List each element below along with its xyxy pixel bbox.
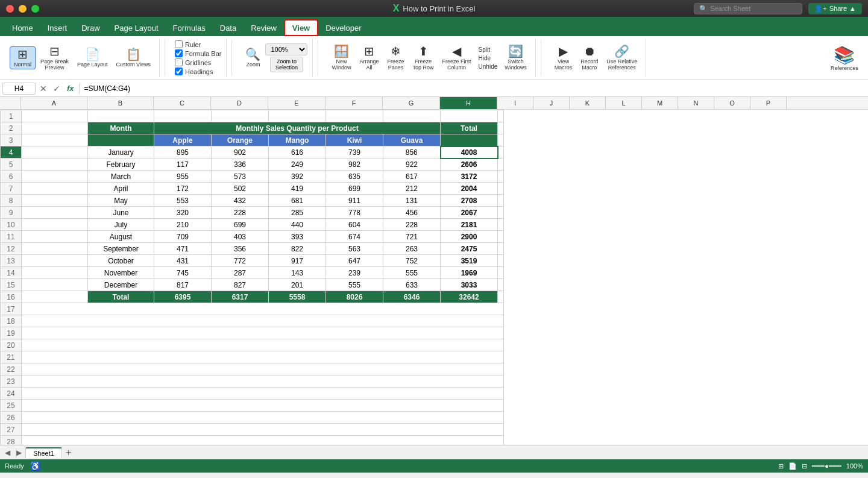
- cell-C14[interactable]: 745: [154, 267, 212, 279]
- cell-D12[interactable]: 356: [212, 243, 269, 255]
- cell-G5[interactable]: 922: [383, 159, 441, 171]
- col-n-header[interactable]: N: [678, 97, 714, 109]
- maximize-button[interactable]: [31, 5, 39, 13]
- cell-H9[interactable]: 2067: [441, 207, 498, 219]
- cell-H5[interactable]: 2606: [441, 159, 498, 171]
- zoom-select[interactable]: 100% 75% 50%: [265, 43, 307, 55]
- cell-B7[interactable]: April: [88, 183, 154, 195]
- freeze-top-row-button[interactable]: ⬆ FreezeTop Row: [409, 44, 438, 72]
- cell-A12[interactable]: [22, 243, 88, 255]
- cell-I1-rest[interactable]: [498, 110, 504, 122]
- cell-C11[interactable]: 709: [154, 231, 212, 243]
- cell-B1[interactable]: [88, 110, 154, 122]
- formula-input[interactable]: [82, 83, 866, 94]
- switch-windows-button[interactable]: 🔄 SwitchWindows: [501, 44, 530, 72]
- cell-E3[interactable]: Mango: [269, 134, 326, 146]
- unhide-button[interactable]: Unhide: [476, 63, 500, 71]
- cell-E4[interactable]: 616: [269, 146, 326, 159]
- cell-F16[interactable]: 8026: [326, 291, 383, 303]
- cell-A13[interactable]: [22, 255, 88, 267]
- cell-G14[interactable]: 555: [383, 267, 441, 279]
- cell-C2-merged[interactable]: Monthly Sales Quantity per Product: [154, 122, 441, 134]
- cell-B14[interactable]: November: [88, 267, 154, 279]
- cell-H4[interactable]: 4008: [441, 146, 498, 159]
- add-sheet-button[interactable]: +: [63, 447, 74, 458]
- view-macros-button[interactable]: ▶ ViewMacros: [551, 44, 576, 72]
- cell-A6[interactable]: [22, 171, 88, 183]
- cell-H10[interactable]: 2181: [441, 219, 498, 231]
- col-f-header[interactable]: F: [326, 97, 383, 109]
- tab-view[interactable]: View: [284, 19, 318, 36]
- cell-E11[interactable]: 393: [269, 231, 326, 243]
- cell-A3[interactable]: [22, 134, 88, 146]
- cell-E8[interactable]: 681: [269, 195, 326, 207]
- zoom-slider[interactable]: ━━━●━━━: [812, 462, 841, 470]
- cell-B4[interactable]: January: [88, 146, 154, 159]
- cell-B16[interactable]: Total: [88, 291, 154, 303]
- cell-B8[interactable]: May: [88, 195, 154, 207]
- cell-F7[interactable]: 699: [326, 183, 383, 195]
- cell-E10[interactable]: 440: [269, 219, 326, 231]
- record-macro-button[interactable]: ⏺ RecordMacro: [577, 44, 602, 72]
- cell-F3[interactable]: Kiwi: [326, 134, 383, 146]
- cell-D9[interactable]: 228: [212, 207, 269, 219]
- cell-F5[interactable]: 982: [326, 159, 383, 171]
- cell-A7[interactable]: [22, 183, 88, 195]
- headings-checkbox[interactable]: Headings: [175, 68, 222, 75]
- cell-G15[interactable]: 633: [383, 279, 441, 291]
- cell-A9[interactable]: [22, 207, 88, 219]
- new-window-button[interactable]: 🪟 NewWindow: [328, 44, 354, 72]
- view-normal-icon[interactable]: ⊞: [778, 462, 784, 470]
- search-box[interactable]: 🔍 Search Sheet: [694, 3, 802, 14]
- cell-B3[interactable]: [88, 134, 154, 146]
- col-i-header[interactable]: I: [497, 97, 533, 109]
- use-relative-references-button[interactable]: 🔗 Use RelativeReferences: [603, 44, 641, 72]
- col-a-header[interactable]: A: [21, 97, 87, 109]
- cell-B15[interactable]: December: [88, 279, 154, 291]
- cell-F8[interactable]: 911: [326, 195, 383, 207]
- cell-G11[interactable]: 721: [383, 231, 441, 243]
- cell-I13-rest[interactable]: [498, 255, 504, 267]
- cell-F6[interactable]: 635: [326, 171, 383, 183]
- custom-views-button[interactable]: 📋 Custom Views: [113, 47, 154, 69]
- cell-G12[interactable]: 263: [383, 243, 441, 255]
- ruler-checkbox[interactable]: Ruler: [175, 40, 222, 48]
- freeze-panes-button[interactable]: ❄ FreezePanes: [384, 44, 408, 72]
- cell-G1[interactable]: [383, 110, 441, 122]
- cell-I3-rest[interactable]: [498, 134, 504, 146]
- cell-C3[interactable]: Apple: [154, 134, 212, 146]
- cell-I14-rest[interactable]: [498, 267, 504, 279]
- cell-G6[interactable]: 617: [383, 171, 441, 183]
- cell-I12-rest[interactable]: [498, 243, 504, 255]
- tab-data[interactable]: Data: [213, 19, 244, 36]
- cell-H16[interactable]: 32642: [441, 291, 498, 303]
- page-layout-button[interactable]: 📄 Page Layout: [74, 47, 112, 69]
- cell-E15[interactable]: 201: [269, 279, 326, 291]
- cell-A2[interactable]: [22, 122, 88, 134]
- cell-D4[interactable]: 902: [212, 146, 269, 159]
- cell-H15[interactable]: 3033: [441, 279, 498, 291]
- cell-F15[interactable]: 555: [326, 279, 383, 291]
- cell-B2[interactable]: Month: [88, 122, 154, 134]
- col-d-header[interactable]: D: [211, 97, 268, 109]
- cell-I10-rest[interactable]: [498, 219, 504, 231]
- gridlines-check[interactable]: [175, 58, 183, 66]
- col-k-header[interactable]: K: [570, 97, 606, 109]
- cell-G10[interactable]: 228: [383, 219, 441, 231]
- references-button[interactable]: 📚 References: [826, 43, 863, 74]
- cell-C4[interactable]: 895: [154, 146, 212, 159]
- cell-G13[interactable]: 752: [383, 255, 441, 267]
- cell-H1[interactable]: [441, 110, 498, 122]
- cell-I9-rest[interactable]: [498, 207, 504, 219]
- tab-insert[interactable]: Insert: [40, 19, 75, 36]
- cell-F1[interactable]: [326, 110, 383, 122]
- cell-F13[interactable]: 647: [326, 255, 383, 267]
- normal-view-button[interactable]: ⊞ Normal: [10, 46, 36, 69]
- cell-I16-rest[interactable]: [498, 291, 504, 303]
- cell-B10[interactable]: July: [88, 219, 154, 231]
- cell-I6-rest[interactable]: [498, 171, 504, 183]
- cell-B11[interactable]: August: [88, 231, 154, 243]
- cell-C13[interactable]: 431: [154, 255, 212, 267]
- cell-G16[interactable]: 6346: [383, 291, 441, 303]
- col-l-header[interactable]: L: [606, 97, 642, 109]
